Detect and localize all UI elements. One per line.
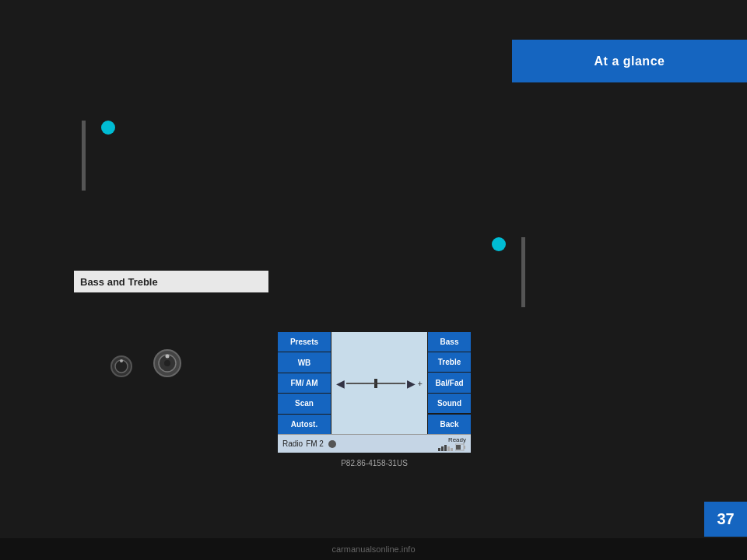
radio-menu-area: Presets WB FM/ AM Scan Autost. ◀ ▶ + <box>278 332 471 434</box>
page-number-label: 37 <box>717 510 734 528</box>
svg-rect-9 <box>464 446 465 449</box>
autost-button[interactable]: Autost. <box>278 415 331 434</box>
bar-4 <box>447 446 450 451</box>
fm-am-button[interactable]: FM/ AM <box>278 373 331 393</box>
wb-button[interactable]: WB <box>278 352 331 372</box>
bar-2 <box>441 446 444 451</box>
knob-small-icon[interactable] <box>109 354 134 379</box>
image-caption: P82.86-4158-31US <box>278 459 471 467</box>
ready-label: Ready <box>448 436 466 443</box>
ready-status: Ready <box>438 435 466 453</box>
sound-button[interactable]: Sound <box>428 394 471 413</box>
left-menu-buttons: Presets WB FM/ AM Scan Autost. <box>278 332 331 434</box>
blue-dot-top-left <box>101 121 115 135</box>
watermark-label: carmanualsonline.info <box>331 544 415 554</box>
station-label: FM 2 <box>306 439 324 448</box>
bass-treble-box: Bass and Treble <box>74 271 268 292</box>
bar-1 <box>438 448 440 451</box>
station-circle-icon <box>328 440 336 448</box>
presets-button[interactable]: Presets <box>278 332 331 352</box>
signal-bars-icon <box>438 443 466 451</box>
arrow-left-icon: ◀ <box>336 377 345 390</box>
battery-icon <box>455 443 466 451</box>
watermark-bar: carmanualsonline.info <box>0 538 747 560</box>
bar-5 <box>451 448 453 451</box>
at-a-glance-label: At a glance <box>594 54 665 68</box>
right-menu-buttons: Bass Treble Bal/Fad Sound Back <box>428 332 471 434</box>
page-number: 37 <box>704 502 747 537</box>
back-button[interactable]: Back <box>428 415 471 434</box>
svg-point-2 <box>120 359 123 362</box>
at-a-glance-banner: At a glance <box>512 40 747 82</box>
radio-status-bar: Radio FM 2 Ready <box>278 434 471 453</box>
treble-button[interactable]: Treble <box>428 352 471 372</box>
bal-fad-button[interactable]: Bal/Fad <box>428 373 471 392</box>
svg-point-6 <box>164 360 170 366</box>
svg-point-5 <box>166 355 170 359</box>
radio-screen: Presets WB FM/ AM Scan Autost. ◀ ▶ + <box>278 332 471 453</box>
vertical-bar-left <box>82 121 86 191</box>
radio-label: Radio <box>282 439 303 448</box>
bar-3 <box>444 445 447 451</box>
scan-button[interactable]: Scan <box>278 394 331 413</box>
knob-large-icon[interactable] <box>152 348 183 379</box>
balance-slider[interactable]: ◀ ▶ + <box>336 377 423 390</box>
arrow-right-icon: ▶ <box>407 377 416 390</box>
slider-center-area: ◀ ▶ + <box>331 332 427 434</box>
svg-rect-10 <box>456 445 461 450</box>
slider-track <box>346 383 405 384</box>
station-row: FM 2 <box>306 439 336 448</box>
bass-treble-label: Bass and Treble <box>80 276 158 288</box>
vertical-bar-right <box>521 237 525 307</box>
blue-dot-right <box>492 237 506 251</box>
plus-label: + <box>417 379 422 388</box>
bass-button[interactable]: Bass <box>428 332 471 352</box>
